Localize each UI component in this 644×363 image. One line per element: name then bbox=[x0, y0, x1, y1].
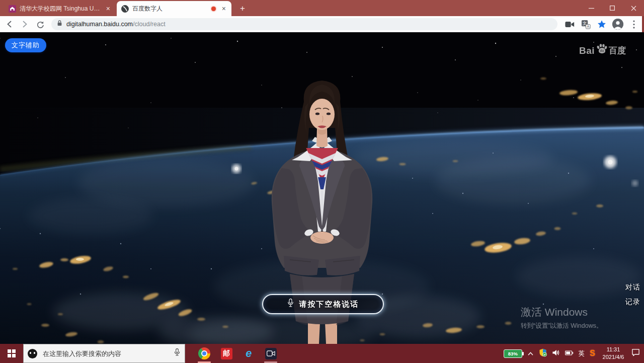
maximize-window-icon[interactable] bbox=[602, 0, 623, 16]
browser-menu-icon[interactable] bbox=[627, 18, 641, 31]
windows-logo-icon bbox=[8, 349, 16, 357]
screen-edge-strip bbox=[642, 16, 644, 32]
search-mic-icon[interactable] bbox=[174, 348, 181, 359]
translate-icon[interactable]: 文A bbox=[579, 18, 593, 31]
camera-app-icon[interactable] bbox=[260, 344, 282, 363]
input-language-indicator[interactable]: 英 bbox=[579, 349, 585, 358]
watermark-line2: 转到“设置”以激活 Windows。 bbox=[521, 322, 603, 330]
lock-icon bbox=[56, 20, 63, 29]
window-controls bbox=[581, 0, 644, 16]
tray-expand-chevron-icon[interactable] bbox=[527, 349, 534, 358]
baidu-logo: Bai du 百度 bbox=[579, 43, 626, 56]
microphone-icon bbox=[287, 298, 294, 310]
tab-title: 百度数字人 bbox=[132, 5, 208, 13]
taskbar-clock[interactable]: 11:31 2021/4/6 bbox=[600, 346, 626, 361]
taskbar-search[interactable] bbox=[23, 344, 185, 363]
reload-icon[interactable] bbox=[33, 18, 46, 31]
action-center-icon[interactable] bbox=[631, 348, 640, 358]
close-tab-icon[interactable]: × bbox=[220, 5, 227, 13]
tab-title: 清华大学校园网 Tsinghua Univ bbox=[20, 5, 101, 13]
baidu-logo-cn: 百度 bbox=[609, 45, 626, 56]
tab-tsinghua[interactable]: 清华大学校园网 Tsinghua Univ × bbox=[4, 1, 116, 16]
forward-icon[interactable] bbox=[18, 18, 31, 31]
media-recording-indicator-icon bbox=[211, 7, 216, 11]
push-to-talk-label: 请按下空格说话 bbox=[299, 300, 359, 309]
close-window-icon[interactable] bbox=[623, 0, 644, 16]
taskbar-search-input[interactable] bbox=[42, 349, 169, 358]
battery-tray-icon[interactable] bbox=[565, 349, 574, 358]
tsinghua-favicon-icon bbox=[8, 5, 16, 13]
back-icon[interactable] bbox=[3, 18, 16, 31]
side-menu-dialog[interactable]: 对话 bbox=[625, 283, 640, 292]
side-menu: 对话 记录 bbox=[625, 283, 640, 307]
tab-digital-human[interactable]: 百度数字人 × bbox=[117, 1, 231, 16]
internet-explorer-icon[interactable]: e bbox=[237, 344, 260, 363]
bookmark-star-icon[interactable] bbox=[595, 18, 609, 31]
baidu-logo-text: Bai bbox=[579, 45, 595, 56]
desktop-screen: 清华大学校园网 Tsinghua Univ × 百度数字人 × + bbox=[0, 0, 644, 363]
svg-text:A: A bbox=[587, 25, 589, 29]
cortana-icon bbox=[28, 349, 37, 358]
close-tab-icon[interactable]: × bbox=[105, 5, 112, 13]
sogou-input-icon[interactable]: S bbox=[590, 349, 595, 358]
volume-icon[interactable] bbox=[552, 349, 560, 358]
push-to-talk-bar[interactable]: 请按下空格说话 bbox=[262, 294, 384, 314]
address-bar[interactable]: digitalhuman.baidu.com/cloud/react bbox=[51, 18, 557, 30]
new-tab-button[interactable]: + bbox=[236, 3, 249, 15]
browser-toolbar: digitalhuman.baidu.com/cloud/react 文A bbox=[0, 16, 644, 32]
svg-text:du: du bbox=[600, 49, 604, 52]
activate-windows-watermark: 激活 Windows 转到“设置”以激活 Windows。 bbox=[521, 305, 603, 330]
chrome-taskbar-icon[interactable] bbox=[193, 344, 215, 363]
minimize-window-icon[interactable] bbox=[581, 0, 602, 16]
text-assist-button[interactable]: 文字辅助 bbox=[5, 38, 46, 52]
baidu-paw-icon: du bbox=[596, 43, 608, 56]
profile-avatar-icon[interactable] bbox=[611, 18, 625, 31]
mail-app-icon[interactable]: 邮 bbox=[215, 344, 237, 363]
defender-shield-icon[interactable] bbox=[539, 348, 547, 359]
system-tray: 83% 英 S 11:31 2021/4/6 bbox=[504, 344, 644, 363]
battery-percent-badge[interactable]: 83% bbox=[504, 349, 522, 358]
url-text: digitalhuman.baidu.com/cloud/react bbox=[66, 21, 166, 28]
taskbar-apps: 邮 e bbox=[193, 344, 282, 363]
watermark-line1: 激活 Windows bbox=[521, 305, 603, 319]
clock-date: 2021/4/6 bbox=[600, 353, 626, 361]
windows-taskbar: 邮 e 83% bbox=[0, 344, 644, 363]
digital-human-page: 文字辅助 Bai du 百度 请按下空格说话 对话 记录 激活 Windows … bbox=[0, 32, 644, 344]
start-button[interactable] bbox=[0, 344, 23, 363]
side-menu-record[interactable]: 记录 bbox=[625, 298, 640, 307]
globe-favicon-icon bbox=[121, 5, 129, 13]
clock-time: 11:31 bbox=[600, 346, 626, 353]
browser-titlebar: 清华大学校园网 Tsinghua Univ × 百度数字人 × + bbox=[0, 0, 644, 16]
tab-camera-icon[interactable] bbox=[562, 18, 577, 31]
